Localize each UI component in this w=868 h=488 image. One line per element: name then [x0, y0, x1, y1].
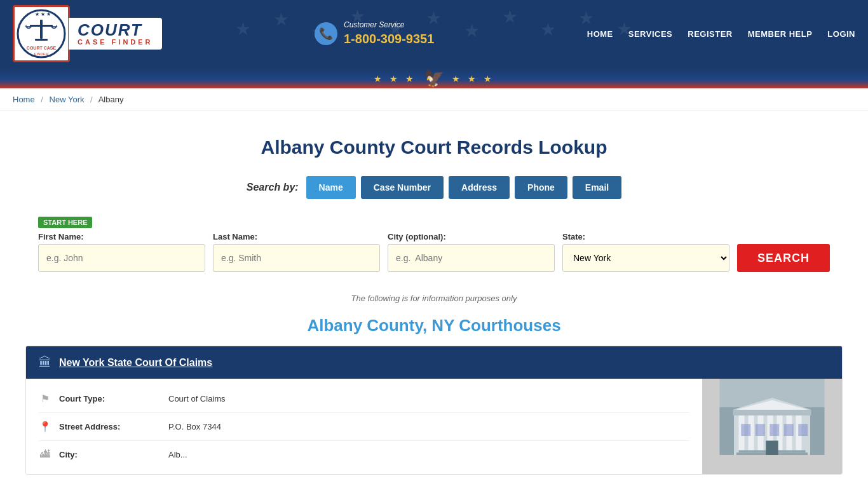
- last-name-input[interactable]: [213, 244, 380, 272]
- search-by-label: Search by:: [247, 182, 299, 193]
- nav-home[interactable]: HOME: [587, 29, 613, 39]
- street-address-value: P.O. Box 7344: [168, 422, 221, 431]
- tab-name[interactable]: Name: [306, 176, 356, 199]
- courthouse-body: ⚑ Court Type: Court of Claims 📍 Street A…: [26, 379, 842, 474]
- logo-subtitle: CASE FINDER: [78, 38, 153, 46]
- svg-rect-19: [35, 39, 48, 41]
- street-address-row: 📍 Street Address: P.O. Box 7344: [39, 413, 689, 441]
- city-detail-value: Alb...: [168, 450, 187, 459]
- courthouses-title: Albany County, NY Courthouses: [25, 316, 843, 336]
- svg-text:COURT CASE: COURT CASE: [27, 46, 57, 50]
- cs-phone: 1-800-309-9351: [344, 30, 434, 47]
- breadcrumb-sep1: /: [41, 95, 43, 104]
- tab-phone[interactable]: Phone: [515, 176, 567, 199]
- city-group: City (optional):: [388, 232, 555, 272]
- main-content: Albany County Court Records Lookup Searc…: [0, 111, 868, 488]
- svg-rect-38: [756, 424, 765, 436]
- court-type-icon: ⚑: [39, 393, 51, 405]
- city-icon: 🏙: [39, 449, 51, 460]
- first-name-input[interactable]: [38, 244, 205, 272]
- svg-rect-32: [733, 410, 811, 416]
- svg-rect-13: [40, 20, 43, 39]
- eagle-banner: ★ ★ ★ 🦅 ★ ★ ★: [0, 67, 868, 88]
- cs-label: Customer Service: [344, 20, 434, 30]
- search-form-area: START HERE First Name: Last Name: City (…: [25, 210, 843, 285]
- breadcrumb: Home / New York / Albany: [0, 88, 868, 111]
- nav-login[interactable]: LOGIN: [827, 29, 855, 39]
- tab-case-number[interactable]: Case Number: [361, 176, 444, 199]
- svg-rect-42: [766, 441, 778, 456]
- courthouse-details: ⚑ Court Type: Court of Claims 📍 Street A…: [26, 379, 702, 474]
- svg-text:★ ★ ★: ★ ★ ★: [35, 11, 51, 17]
- logo-badge: ★ ★ ★ COURT CASE FINDER: [13, 5, 70, 62]
- state-group: State: New York: [562, 232, 729, 272]
- phone-icon: 📞: [315, 22, 337, 45]
- court-type-label: Court Type:: [59, 394, 161, 403]
- courthouse-image: [702, 379, 842, 474]
- info-text: The following is for information purpose…: [25, 294, 843, 303]
- logo-title: COURT: [78, 22, 153, 38]
- svg-text:FINDER: FINDER: [34, 52, 49, 56]
- tab-email[interactable]: Email: [573, 176, 621, 199]
- site-header: ★ ★ ★ ★ ★ ★ ★ ★ ★ ★ ★ ★ ★ ★: [0, 0, 868, 88]
- svg-rect-40: [784, 424, 794, 436]
- court-type-value: Court of Claims: [168, 394, 226, 403]
- state-label: State:: [562, 232, 729, 241]
- city-row: 🏙 City: Alb...: [39, 441, 689, 468]
- eagle-stars-left: ★ ★ ★: [374, 74, 416, 84]
- search-form-row: First Name: Last Name: City (optional): …: [38, 232, 830, 272]
- breadcrumb-state[interactable]: New York: [50, 95, 85, 104]
- city-detail-label: City:: [59, 450, 161, 459]
- courthouse-card: 🏛 New York State Court Of Claims ⚑ Court…: [25, 346, 843, 475]
- nav-register[interactable]: REGISTER: [688, 29, 732, 39]
- courthouse-header: 🏛 New York State Court Of Claims: [26, 346, 842, 379]
- street-address-label: Street Address:: [59, 422, 161, 431]
- search-button[interactable]: SEARCH: [737, 244, 830, 272]
- court-type-row: ⚑ Court Type: Court of Claims: [39, 385, 689, 413]
- svg-rect-14: [30, 25, 53, 27]
- tab-address[interactable]: Address: [449, 176, 510, 199]
- last-name-group: Last Name:: [213, 232, 380, 272]
- nav-member-help[interactable]: MEMBER HELP: [748, 29, 813, 39]
- nav-services[interactable]: SERVICES: [628, 29, 673, 39]
- svg-rect-39: [770, 424, 779, 436]
- svg-rect-37: [741, 424, 750, 436]
- state-select[interactable]: New York: [562, 244, 729, 272]
- last-name-label: Last Name:: [213, 232, 380, 241]
- breadcrumb-home[interactable]: Home: [13, 95, 35, 104]
- breadcrumb-sep2: /: [90, 95, 93, 104]
- svg-rect-41: [798, 424, 808, 436]
- first-name-label: First Name:: [38, 232, 205, 241]
- city-label: City (optional):: [388, 232, 555, 241]
- cs-text: Customer Service 1-800-309-9351: [344, 20, 434, 47]
- eagle-area: ★ ★ ★ 🦅 ★ ★ ★: [0, 69, 868, 88]
- logo-text: COURT CASE FINDER: [69, 18, 162, 50]
- logo-area[interactable]: ★ ★ ★ COURT CASE FINDER: [13, 5, 162, 62]
- customer-service: 📞 Customer Service 1-800-309-9351: [315, 20, 434, 47]
- eagle-icon: 🦅: [424, 69, 444, 88]
- search-by-row: Search by: Name Case Number Address Phon…: [25, 176, 843, 199]
- main-nav: HOME SERVICES REGISTER MEMBER HELP LOGIN: [587, 29, 855, 39]
- city-input[interactable]: [388, 244, 555, 272]
- address-icon: 📍: [39, 421, 51, 433]
- start-here-badge: START HERE: [38, 217, 92, 228]
- breadcrumb-county: Albany: [98, 95, 124, 104]
- header-inner: ★ ★ ★ COURT CASE FINDER: [0, 0, 868, 67]
- first-name-group: First Name:: [38, 232, 205, 272]
- courthouse-icon: 🏛: [39, 355, 51, 370]
- eagle-stars-right: ★ ★ ★: [452, 74, 494, 84]
- courthouse-name-link[interactable]: New York State Court Of Claims: [59, 357, 212, 369]
- page-title: Albany County Court Records Lookup: [25, 137, 843, 158]
